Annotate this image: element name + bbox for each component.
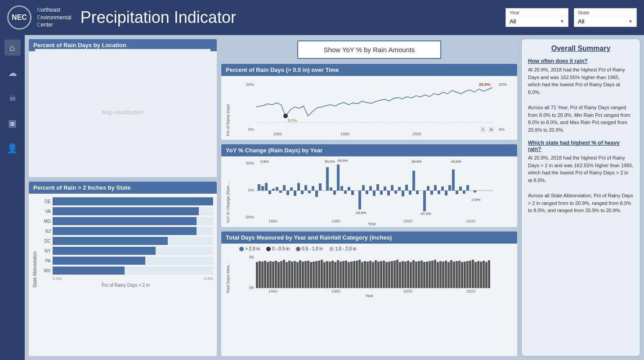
svg-rect-141 bbox=[388, 262, 390, 288]
svg-rect-152 bbox=[418, 261, 420, 288]
rain-days-time-body: Pct of Rainy Days 20% 0% 20% 0% bbox=[221, 76, 517, 140]
sidebar-cloud-icon[interactable]: ☁ bbox=[4, 65, 21, 81]
sidebar-user-icon[interactable]: 👤 bbox=[4, 140, 21, 156]
svg-rect-43 bbox=[333, 191, 336, 195]
svg-text:0%: 0% bbox=[248, 188, 254, 192]
svg-rect-46 bbox=[340, 186, 343, 191]
svg-rect-110 bbox=[304, 261, 307, 288]
svg-rect-38 bbox=[315, 191, 318, 197]
svg-rect-153 bbox=[420, 261, 423, 288]
svg-rect-133 bbox=[367, 262, 369, 288]
svg-rect-62 bbox=[398, 187, 401, 191]
state-filter[interactable]: State All ▼ bbox=[574, 8, 637, 27]
svg-rect-164 bbox=[450, 260, 452, 288]
svg-rect-94 bbox=[261, 262, 264, 288]
bar-row: VA 0.71% bbox=[38, 207, 213, 215]
svg-text:1960: 1960 bbox=[268, 289, 277, 293]
svg-text:⊞: ⊞ bbox=[490, 128, 493, 132]
total-days-body: > 2.0 in 0 - 0.5 in 0.5 - 1.0 in 1.0 - 2… bbox=[221, 244, 517, 302]
bar-row: MD 0.70% bbox=[38, 217, 213, 225]
summary-a2b: Across all State Abbreviation, Pct of Ra… bbox=[528, 192, 634, 214]
svg-rect-24 bbox=[265, 183, 268, 191]
yoy-y-label: YoY % Change (Rain ... bbox=[225, 158, 230, 223]
svg-text:20%: 20% bbox=[246, 82, 254, 87]
svg-text:36.9%: 36.9% bbox=[411, 160, 422, 164]
svg-rect-165 bbox=[453, 262, 455, 288]
svg-rect-111 bbox=[307, 261, 309, 288]
summary-q2: Which state had highest % of heavy rain? bbox=[528, 140, 634, 152]
rain-2in-body: State Abbreviation DE 0.78% VA 0.71% MD bbox=[29, 194, 217, 291]
svg-rect-129 bbox=[356, 261, 358, 288]
svg-rect-120 bbox=[331, 261, 334, 288]
svg-rect-23 bbox=[261, 186, 264, 191]
svg-text:2000: 2000 bbox=[403, 289, 412, 293]
svg-rect-25 bbox=[272, 189, 275, 191]
svg-rect-145 bbox=[399, 262, 401, 288]
svg-rect-136 bbox=[375, 260, 377, 288]
svg-text:2000: 2000 bbox=[403, 219, 412, 223]
svg-rect-114 bbox=[315, 261, 318, 288]
svg-rect-118 bbox=[326, 261, 328, 288]
svg-rect-57 bbox=[380, 191, 383, 195]
svg-rect-97 bbox=[269, 261, 272, 288]
svg-rect-127 bbox=[350, 262, 353, 288]
x-axis-label: Pct of Rainy Days > 2 in bbox=[38, 283, 213, 288]
svg-rect-168 bbox=[461, 262, 463, 288]
rain-2in-card: Percent of Rain > 2 Inches by State Stat… bbox=[28, 181, 217, 356]
svg-text:-33.8%: -33.8% bbox=[355, 211, 366, 215]
bar-row: WV 0.35% bbox=[38, 267, 213, 275]
svg-rect-150 bbox=[412, 260, 415, 288]
svg-text:1960: 1960 bbox=[273, 132, 282, 136]
svg-rect-59 bbox=[387, 191, 390, 196]
svg-rect-42 bbox=[330, 187, 332, 191]
bar-row: NJ 0.70% bbox=[38, 227, 213, 235]
legend-item-4: 1.0 - 2.0 in bbox=[329, 246, 356, 251]
org-name: Northeast Environmental Center bbox=[37, 6, 72, 29]
svg-rect-169 bbox=[464, 262, 466, 288]
sidebar-home-icon[interactable]: ⌂ bbox=[4, 40, 21, 56]
svg-rect-139 bbox=[383, 261, 385, 288]
bar-chart: State Abbreviation DE 0.78% VA 0.71% MD bbox=[32, 197, 213, 288]
svg-rect-75 bbox=[441, 187, 444, 191]
year-select[interactable]: All ▼ bbox=[506, 16, 568, 27]
summary-a1: At 20.9%, 2018 had the highest Pct of Ra… bbox=[528, 66, 634, 96]
svg-text:43.6%: 43.6% bbox=[451, 160, 461, 164]
svg-rect-158 bbox=[434, 260, 436, 288]
svg-rect-162 bbox=[445, 261, 447, 288]
svg-text:3.8%: 3.8% bbox=[260, 160, 268, 164]
state-select[interactable]: All ▼ bbox=[574, 16, 636, 27]
bar-row: DE 0.78% bbox=[38, 197, 213, 205]
svg-rect-107 bbox=[296, 262, 299, 288]
legend-item-1: > 2.0 in bbox=[239, 246, 260, 251]
svg-rect-166 bbox=[456, 261, 458, 288]
logo: NEC bbox=[7, 5, 31, 30]
yoy-chart-svg: 50% 0% -50% 3.8% bbox=[230, 158, 514, 223]
svg-text:1980: 1980 bbox=[331, 289, 340, 293]
sidebar-grid-icon[interactable]: ▣ bbox=[4, 115, 21, 131]
svg-rect-119 bbox=[329, 262, 331, 288]
yoy-button[interactable]: Show YoY % by Rain Amounts bbox=[297, 40, 441, 59]
state-chevron-icon: ▼ bbox=[628, 19, 633, 24]
svg-rect-151 bbox=[415, 262, 417, 288]
svg-rect-79 bbox=[452, 169, 455, 191]
center-column: Show YoY % by Rain Amounts Percent of Ra… bbox=[221, 39, 518, 356]
svg-rect-102 bbox=[283, 260, 285, 288]
year-filter[interactable]: Year All ▼ bbox=[505, 8, 568, 27]
svg-rect-71 bbox=[427, 186, 429, 191]
rain-days-time-title: Percent of Rain Days (> 0.5 in) over Tim… bbox=[221, 64, 517, 76]
x-axis-ticks: 0.0% 0.5% bbox=[53, 276, 213, 281]
svg-rect-160 bbox=[439, 261, 442, 288]
svg-text:1980: 1980 bbox=[331, 219, 340, 223]
svg-rect-135 bbox=[372, 262, 374, 288]
svg-rect-138 bbox=[380, 261, 382, 288]
svg-rect-137 bbox=[377, 262, 380, 288]
sidebar-skull-icon[interactable]: ☠ bbox=[4, 90, 21, 106]
bar-row: NY 0.50% bbox=[38, 247, 213, 255]
svg-text:0K: 0K bbox=[249, 285, 254, 290]
svg-rect-63 bbox=[402, 191, 404, 196]
svg-rect-116 bbox=[321, 260, 323, 288]
left-column: Percent of Rain Days by Location Map vis… bbox=[28, 39, 217, 356]
svg-rect-85 bbox=[474, 191, 476, 192]
svg-rect-171 bbox=[469, 261, 471, 288]
rain-days-y-label: Pct of Rainy Days bbox=[225, 78, 230, 136]
